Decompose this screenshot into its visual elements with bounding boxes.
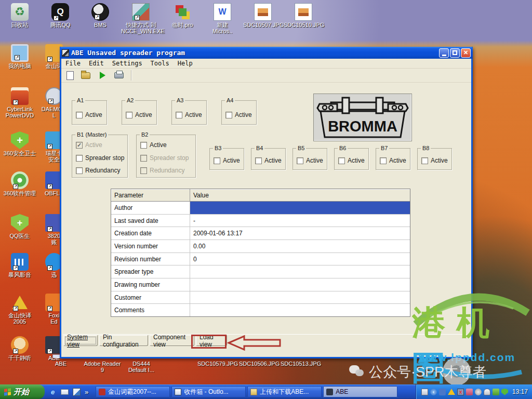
scanner-icon[interactable] xyxy=(466,389,473,395)
desktop-icon-storm-player[interactable]: 暴风影音 xyxy=(0,253,39,278)
value-cell[interactable] xyxy=(190,202,410,214)
desktop-icon-kingsoft-translator[interactable]: 金山快译 2005 xyxy=(0,294,39,325)
checkbox-b7-active[interactable] xyxy=(380,157,387,164)
print-icon[interactable] xyxy=(114,72,124,78)
checkbox-b1-spreader-stop[interactable] xyxy=(76,155,83,162)
table-row[interactable]: Last saved date - xyxy=(111,215,410,228)
window-titlebar[interactable]: ABE Unsaved spreader program xyxy=(60,47,473,59)
desktop-icon-my-computer[interactable]: 我的电脑 xyxy=(0,44,39,69)
checkbox-b1-redundancy[interactable] xyxy=(76,167,83,174)
desktop-icon-sdc10506[interactable]: SDC10506.JPG xyxy=(239,360,278,367)
checkbox-label: Active xyxy=(223,157,240,164)
desktop-icon-ttplayer[interactable]: 千千静听 xyxy=(0,336,39,361)
value-cell[interactable] xyxy=(190,304,410,316)
overflow-chevron-icon[interactable]: » xyxy=(85,388,88,396)
menu-tools[interactable]: Tools xyxy=(147,59,174,68)
start-button[interactable]: 开始 xyxy=(0,384,45,399)
desktop-icon-ds444[interactable]: DS444 Default I... xyxy=(122,360,161,373)
open-file-icon[interactable] xyxy=(81,72,90,79)
desktop-icon-powerdvd[interactable]: CyberLink PowerDVD xyxy=(0,87,39,118)
desktop-icon-sdc10579[interactable]: SDC10579.JPG xyxy=(197,360,237,367)
minimize-button[interactable] xyxy=(439,48,449,58)
network-icon[interactable] xyxy=(439,389,446,395)
mail-icon[interactable] xyxy=(61,389,69,395)
column-header-parameter[interactable]: Parameter xyxy=(111,189,190,201)
task-button-kingsoft[interactable]: 金山词霸2007--... xyxy=(96,386,170,397)
desktop-icon-label: CyberLink PowerDVD xyxy=(0,106,39,118)
menu-file[interactable]: File xyxy=(61,59,85,68)
checkbox-a1-active[interactable] xyxy=(76,112,83,118)
alert-icon[interactable] xyxy=(448,389,455,395)
value-cell[interactable]: - xyxy=(190,215,410,227)
ie-icon[interactable] xyxy=(49,388,57,396)
mouse-icon[interactable] xyxy=(484,389,490,395)
desktop-icon-360-software[interactable]: 360软件管理 xyxy=(0,171,39,196)
checkbox-b8-active[interactable] xyxy=(421,157,428,164)
checkbox-b6-active[interactable] xyxy=(338,157,345,164)
task-button-inbox[interactable]: 收件箱 - Outlo... xyxy=(171,386,246,397)
desktop-icon-qq[interactable]: 腾讯QQ xyxy=(41,3,80,28)
close-button[interactable] xyxy=(461,48,471,58)
checkbox-b2-spreader-stop xyxy=(140,155,147,162)
desktop-icon-ncce[interactable]: 快捷方式 到 NCCE_WIN.EXE xyxy=(121,3,161,34)
desktop-icon-bms[interactable]: BMS xyxy=(81,3,120,28)
column-header-value[interactable]: Value xyxy=(190,192,410,199)
table-row[interactable]: Customer xyxy=(111,291,410,304)
desktop-icon-sdc10507[interactable]: SDC10507.JPG xyxy=(243,3,283,28)
table-row[interactable]: Spreader type xyxy=(111,265,410,278)
checkbox-b4-active[interactable] xyxy=(255,157,262,164)
desktop-icon-recycle-bin[interactable]: 回收站 xyxy=(0,3,39,28)
desktop-icon-adobe-reader[interactable]: Adobe Reader 9 xyxy=(83,360,122,373)
display-error-icon[interactable]: x xyxy=(457,389,464,395)
shortcut-arrow-icon xyxy=(47,306,52,311)
checkbox-a2-active[interactable] xyxy=(126,112,132,118)
maximize-button[interactable] xyxy=(450,48,460,58)
suitcase-icon[interactable] xyxy=(493,389,499,395)
value-cell[interactable] xyxy=(190,265,410,278)
value-cell[interactable] xyxy=(190,291,410,304)
show-desktop-icon[interactable] xyxy=(73,388,81,396)
table-row[interactable]: Comments xyxy=(111,304,410,316)
desktop-icon-qq-doctor[interactable]: QQ医生 xyxy=(0,214,39,239)
tab-system-view[interactable]: System view xyxy=(63,335,98,346)
tab-pin-configuration[interactable]: Pin configuration xyxy=(99,335,148,346)
table-row[interactable]: Version number 0.00 xyxy=(111,240,410,253)
desktop-icon-label: 我的电脑 xyxy=(0,63,39,69)
menu-settings[interactable]: Settings xyxy=(108,59,147,68)
shortcut-arrow-icon xyxy=(135,15,140,20)
task-button-upload-download[interactable]: 上传和下载ABE... xyxy=(247,386,322,397)
desktop-icon-pro[interactable]: 临时.pro xyxy=(163,3,202,28)
parameter-cell: Last saved date xyxy=(111,215,190,227)
value-cell[interactable]: 0.00 xyxy=(190,240,410,252)
collapse-chevron-icon[interactable]: ‹ xyxy=(430,389,437,395)
keyboard-icon[interactable] xyxy=(421,389,428,395)
desktop-icon-abe-2[interactable]: ABE xyxy=(41,360,81,367)
new-file-icon[interactable] xyxy=(66,71,74,80)
checkbox-b5-active[interactable] xyxy=(297,157,303,164)
table-row[interactable]: Drawing number xyxy=(111,278,410,291)
clock[interactable]: 13:17 xyxy=(512,388,528,395)
table-row[interactable]: Creation date 2009-01-06 13:17 xyxy=(111,227,410,240)
checkbox-label: Active xyxy=(135,111,152,118)
value-cell[interactable] xyxy=(190,278,410,291)
menu-edit[interactable]: Edit xyxy=(85,59,108,68)
desktop-icon-360-safe[interactable]: 360安全卫士 xyxy=(0,131,39,156)
desktop-icon-new-doc[interactable]: 新建 Micros.. xyxy=(203,3,242,34)
value-cell[interactable]: 2009-01-06 13:17 xyxy=(190,227,410,240)
table-row[interactable]: Revision number 0 xyxy=(111,253,410,266)
run-icon[interactable] xyxy=(98,71,107,80)
table-row[interactable]: Author xyxy=(111,202,410,215)
security-shield-icon[interactable] xyxy=(501,389,508,395)
task-button-abe[interactable]: ABE xyxy=(323,386,397,397)
desktop-icon-sdc10513[interactable]: SDC10513.JPG xyxy=(281,360,320,367)
checkbox-a3-active[interactable] xyxy=(176,112,182,118)
speaker-icon[interactable] xyxy=(475,389,482,395)
tab-component-view[interactable]: Component view xyxy=(150,335,194,346)
menu-help[interactable]: Help xyxy=(174,59,197,68)
checkbox-b2-active[interactable] xyxy=(140,142,147,149)
desktop-icon-sdc10510[interactable]: SDC10510.JPG xyxy=(284,3,323,28)
value-cell[interactable]: 0 xyxy=(190,253,410,265)
checkbox-b3-active[interactable] xyxy=(214,157,220,164)
recycle-bin-icon xyxy=(11,3,29,21)
checkbox-a4-active[interactable] xyxy=(225,112,232,118)
